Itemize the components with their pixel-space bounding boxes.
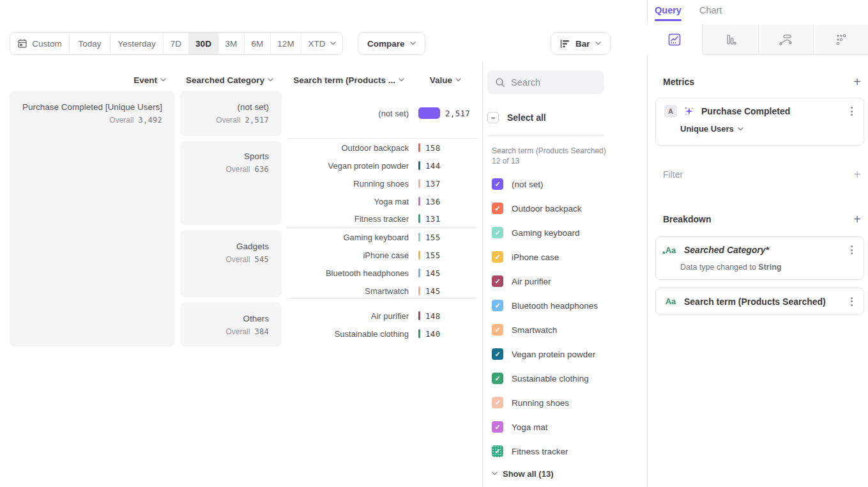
checkbox[interactable]: ✓ [492,348,503,360]
show-all-button[interactable]: Show all (13) [492,466,553,481]
event-overall: Overall3,492 [17,116,162,125]
measure-selector[interactable]: Unique Users [656,124,864,141]
metrics-heading: Metrics [663,77,694,87]
checkbox[interactable]: ✓ [492,203,503,214]
date-range-yesterday[interactable]: Yesterday [110,33,164,54]
date-range-3m[interactable]: 3M [218,33,245,54]
report-type-tabs [647,24,868,55]
group-divider [287,298,477,298]
tab-funnels[interactable] [703,24,758,55]
search-input[interactable] [511,77,588,88]
tab-query[interactable]: Query [655,5,681,21]
filter-item-outdoor-backpack[interactable]: ✓ Outdoor backpack [492,196,582,220]
table-row[interactable]: Smartwatch 145 [287,282,479,300]
compare-button[interactable]: Compare [358,32,425,55]
select-all-checkbox[interactable]: – [487,112,499,123]
metric-card[interactable]: A Purchase Completed Unique Users [655,98,864,146]
tab-insights[interactable] [647,24,703,55]
calendar-icon [17,38,27,49]
panel-divider [482,61,483,487]
table-row[interactable]: Vegan protein powder 144 [287,157,479,174]
add-metric-button[interactable]: + [853,75,861,88]
table-row[interactable]: Air purifier 148 [287,307,479,325]
checkbox[interactable]: ✓ [492,275,503,287]
insights-icon [667,33,681,47]
tab-retention[interactable] [813,24,868,55]
filter-item-fitness-tracker[interactable]: ✓ Fitness tracker [492,439,568,463]
table-row[interactable]: iPhone case 155 [287,246,479,264]
category-cell-others[interactable]: Others Overall384 [180,302,282,346]
column-header-searched-category[interactable]: Searched Category [180,72,273,88]
date-range-xtd[interactable]: XTD [301,33,342,54]
date-range-12m[interactable]: 12M [271,33,301,54]
breakdown-title: Search term (Products Searched) [684,297,841,307]
table-row[interactable]: Bluetooth headphones 145 [287,264,479,282]
chevron-down-icon [492,472,498,475]
date-range-30d[interactable]: 30D [189,33,218,54]
column-header-event[interactable]: Event [10,72,166,88]
checkbox[interactable]: ✓ [492,178,503,190]
divider [487,135,604,136]
column-header-search-term[interactable]: Search term (Products ... [287,72,404,88]
date-range-7d[interactable]: 7D [164,33,189,54]
filter-heading: Filter [663,169,683,180]
filter-item-sustainable-clothing[interactable]: ✓ Sustainable clothing [492,366,589,390]
column-header-value[interactable]: Value [409,72,461,88]
table-row[interactable]: Fitness tracker 131 [287,210,479,228]
breakdown-menu-button[interactable] [848,295,855,309]
date-range-6m[interactable]: 6M [245,33,271,54]
metric-menu-button[interactable] [848,104,855,118]
event-cell[interactable]: Purchase Completed [Unique Users] Overal… [10,91,175,346]
category-cell-not-set[interactable]: (not set) Overall2,517 [180,91,282,136]
filter-item-running-shoes[interactable]: ✓ Running shoes [492,390,569,415]
chevron-down-icon [268,78,273,82]
filter-item-gaming-keyboard[interactable]: ✓ Gaming keyboard [492,220,580,245]
category-cell-gadgets[interactable]: Gadgets Overall545 [180,230,282,297]
table-row[interactable]: Gaming keyboard 155 [287,228,479,246]
breakdown-card-search-term[interactable]: Aa Search term (Products Searched) [655,288,864,315]
filter-list-caption: Search term (Products Searched) 12 of 13 [492,146,607,166]
checkbox[interactable]: ✓ [492,324,503,336]
table-row[interactable]: (not set) 2,517 [287,104,479,122]
filter-item-vegan-protein-powder[interactable]: ✓ Vegan protein powder [492,342,595,366]
date-range-today[interactable]: Today [70,33,110,54]
filter-item-not-set[interactable]: ✓ (not set) [492,172,544,196]
select-all-row[interactable]: – Select all [487,110,546,125]
flows-icon [778,33,793,47]
checkbox[interactable]: ✓ [492,445,503,457]
checkbox[interactable]: ✓ [492,397,503,408]
event-sparkle-icon [684,106,694,116]
value-bar [418,251,420,259]
breakdown-section-header: Breakdown + [663,213,861,226]
metric-event-name: Purchase Completed [701,106,841,116]
filter-item-smartwatch[interactable]: ✓ Smartwatch [492,318,557,342]
table-row[interactable]: Outdoor backpack 158 [287,139,479,157]
checkbox[interactable]: ✓ [492,251,503,263]
breakdown-menu-button[interactable] [848,243,855,257]
tab-flows[interactable] [758,24,814,55]
filter-item-yoga-mat[interactable]: ✓ Yoga mat [492,415,548,439]
add-breakdown-button[interactable]: + [853,213,861,226]
checkbox[interactable]: ✓ [492,227,503,238]
table-row[interactable]: Running shoes 137 [287,174,479,192]
tab-chart[interactable]: Chart [699,5,722,21]
category-cell-sports[interactable]: Sports Overall636 [180,141,282,225]
search-icon [495,77,505,88]
filter-item-bluetooth-headphones[interactable]: ✓ Bluetooth headphones [492,293,598,318]
checkbox[interactable]: ✓ [492,421,503,433]
filter-item-air-purifier[interactable]: ✓ Air purifier [492,269,551,293]
filter-item-iphone-case[interactable]: ✓ iPhone case [492,245,559,269]
breakdown-card-searched-category[interactable]: Aa Searched Category* Data type changed … [655,236,864,280]
table-row[interactable]: Sustainable clothing 140 [287,325,479,343]
checkbox[interactable]: ✓ [492,373,503,384]
table-row[interactable]: Yoga mat 136 [287,192,479,210]
filter-section-header: Filter + [663,168,861,181]
date-range-custom[interactable]: Custom [10,33,70,54]
chevron-down-icon [410,42,416,45]
breakdown-note: Data type changed to String [656,263,864,279]
value-bar [418,143,420,152]
add-filter-button[interactable]: + [853,168,861,181]
chart-type-button[interactable]: Bar [551,32,611,55]
checkbox[interactable]: ✓ [492,300,503,311]
search-field[interactable] [487,70,604,94]
